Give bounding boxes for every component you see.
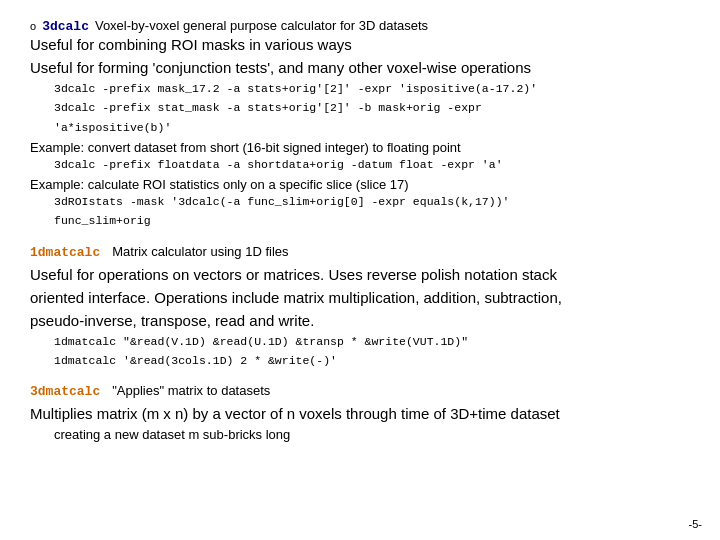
1dmatcalc-body-3: pseudo-inverse, transpose, read and writ… [30, 310, 690, 331]
tool-name-3dcalc: 3dcalc [42, 19, 89, 34]
body-line-2: Useful for forming 'conjunction tests', … [30, 57, 690, 78]
section-1dmatcalc: 1dmatcalc Matrix calculator using 1D fil… [30, 244, 690, 370]
tool-desc-1dmatcalc: Matrix calculator using 1D files [112, 244, 288, 259]
section-3dmatcalc: 3dmatcalc "Applies" matrix to datasets M… [30, 383, 690, 444]
tool-desc-3dcalc: Voxel-by-voxel general purpose calculato… [95, 18, 428, 33]
tool-name-3dmatcalc: 3dmatcalc [30, 384, 100, 399]
body-line-1: Useful for combining ROI masks in variou… [30, 34, 690, 55]
tool-header-3dcalc: o 3dcalc Voxel-by-voxel general purpose … [30, 18, 690, 34]
3dmatcalc-body-1: Multiplies matrix (m x n) by a vector of… [30, 403, 690, 424]
example-code-2b: func_slim+orig [54, 212, 690, 229]
code-line-2: 3dcalc -prefix stat_mask -a stats+orig'[… [54, 99, 690, 116]
1dmatcalc-code-1: 1dmatcalc "&read(V.1D) &read(U.1D) &tran… [54, 333, 690, 350]
3dmatcalc-body-2: creating a new dataset m sub-bricks long [54, 426, 690, 444]
tool-header-1dmatcalc: 1dmatcalc Matrix calculator using 1D fil… [30, 244, 690, 260]
tool-header-3dmatcalc: 3dmatcalc "Applies" matrix to datasets [30, 383, 690, 399]
bullet-point: o [30, 20, 36, 32]
tool-desc-3dmatcalc: "Applies" matrix to datasets [112, 383, 270, 398]
1dmatcalc-body-1: Useful for operations on vectors or matr… [30, 264, 690, 285]
page-number: -5- [689, 518, 702, 530]
code-line-3: 'a*ispositive(b)' [54, 119, 690, 136]
example-label-1: Example: convert dataset from short (16-… [30, 140, 690, 155]
example-code-1: 3dcalc -prefix floatdata -a shortdata+or… [54, 156, 690, 173]
tool-name-1dmatcalc: 1dmatcalc [30, 245, 100, 260]
page-content: o 3dcalc Voxel-by-voxel general purpose … [0, 0, 720, 476]
section-3dcalc: o 3dcalc Voxel-by-voxel general purpose … [30, 18, 690, 230]
example-code-2a: 3dROIstats -mask '3dcalc(-a func_slim+or… [54, 193, 690, 210]
code-line-1: 3dcalc -prefix mask_17.2 -a stats+orig'[… [54, 80, 690, 97]
1dmatcalc-code-2: 1dmatcalc '&read(3cols.1D) 2 * &write(-)… [54, 352, 690, 369]
example-label-2: Example: calculate ROI statistics only o… [30, 177, 690, 192]
1dmatcalc-body-2: oriented interface. Operations include m… [30, 287, 690, 308]
